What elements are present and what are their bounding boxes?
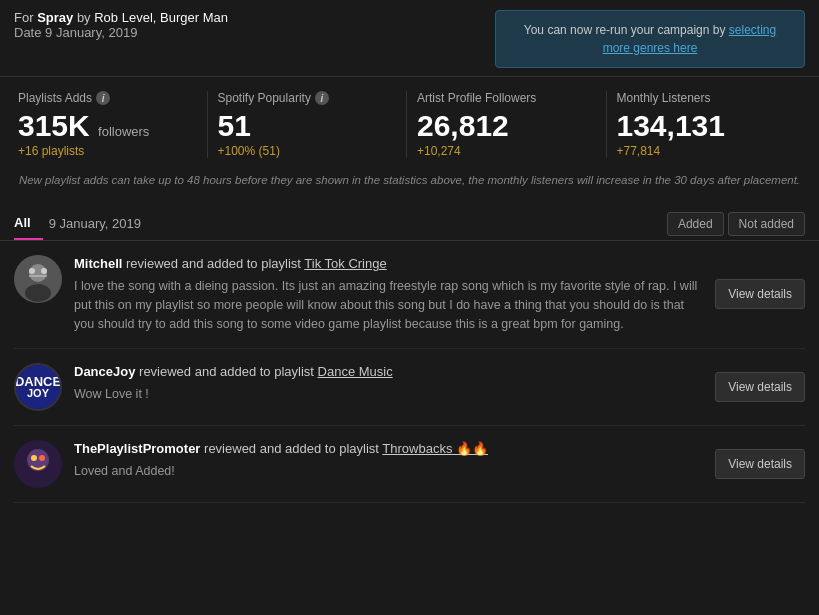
track-info: For Spray by Rob Level, Burger Man Date …	[14, 10, 228, 40]
tabs-row: All 9 January, 2019 Added Not added	[0, 207, 819, 241]
review-content-playlist-promoter: ThePlaylistPromoter reviewed and added t…	[74, 440, 703, 481]
svg-point-2	[25, 284, 51, 302]
stat-value-playlists: 315K followers	[18, 109, 197, 142]
reviews-list: Mitchell reviewed and added to playlist …	[0, 241, 819, 502]
svg-point-8	[31, 455, 37, 461]
svg-point-3	[29, 268, 35, 274]
review-header-dancejoy: DanceJoy reviewed and added to playlist …	[74, 363, 703, 381]
stat-playlists-adds: Playlists Adds i 315K followers +16 play…	[14, 91, 208, 158]
playlist-link-playlist-promoter[interactable]: Throwbacks 🔥🔥	[382, 441, 488, 456]
stat-delta-spotify: +100% (51)	[218, 144, 397, 158]
stat-delta-playlists: +16 playlists	[18, 144, 197, 158]
stat-delta-followers: +10,274	[417, 144, 596, 158]
info-icon-spotify[interactable]: i	[315, 91, 329, 105]
stat-label-monthly: Monthly Listeners	[617, 91, 796, 105]
svg-point-9	[39, 455, 45, 461]
date-label: Date 9 January, 2019	[14, 25, 137, 40]
stat-artist-followers: Artist Profile Followers 26,812 +10,274	[407, 91, 607, 158]
notification-text: You can now re-run your campaign by	[524, 23, 726, 37]
review-item: Mitchell reviewed and added to playlist …	[14, 241, 805, 348]
view-details-button-playlist-promoter[interactable]: View details	[715, 449, 805, 479]
avatar-playlist-promoter	[14, 440, 62, 488]
track-name: Spray	[37, 10, 73, 25]
review-content-dancejoy: DanceJoy reviewed and added to playlist …	[74, 363, 703, 404]
stat-label-followers: Artist Profile Followers	[417, 91, 596, 105]
reviewer-name-mitchell: Mitchell	[74, 256, 122, 271]
review-action-playlist-promoter: reviewed and added to playlist	[204, 441, 382, 456]
stat-spotify-popularity: Spotify Popularity i 51 +100% (51)	[208, 91, 408, 158]
view-details-button-mitchell[interactable]: View details	[715, 279, 805, 309]
review-item: ThePlaylistPromoter reviewed and added t…	[14, 426, 805, 503]
notification-box: You can now re-run your campaign by sele…	[495, 10, 805, 68]
tab-not-added-button[interactable]: Not added	[728, 212, 805, 236]
review-body-dancejoy: Wow Love it !	[74, 385, 703, 404]
avatar-dancejoy: DANCE JOY	[14, 363, 62, 411]
review-header-mitchell: Mitchell reviewed and added to playlist …	[74, 255, 703, 273]
review-header-playlist-promoter: ThePlaylistPromoter reviewed and added t…	[74, 440, 703, 458]
avatar-mitchell	[14, 255, 62, 303]
svg-rect-5	[29, 275, 47, 277]
playlist-link-dancejoy[interactable]: Dance Music	[318, 364, 393, 379]
review-body-playlist-promoter: Loved and Added!	[74, 462, 703, 481]
artist-name: Rob Level, Burger Man	[94, 10, 228, 25]
review-body-mitchell: I love the song with a dieing passion. I…	[74, 277, 703, 333]
reviewer-name-playlist-promoter: ThePlaylistPromoter	[74, 441, 200, 456]
tab-added-button[interactable]: Added	[667, 212, 724, 236]
stat-value-spotify: 51	[218, 109, 397, 142]
view-details-button-dancejoy[interactable]: View details	[715, 372, 805, 402]
info-icon-playlists[interactable]: i	[96, 91, 110, 105]
tab-actions: Added Not added	[667, 212, 805, 236]
tab-date[interactable]: 9 January, 2019	[49, 208, 141, 239]
review-item: DANCE JOY DanceJoy reviewed and added to…	[14, 349, 805, 426]
svg-point-7	[27, 449, 49, 471]
stat-value-followers: 26,812	[417, 109, 596, 142]
svg-point-4	[41, 268, 47, 274]
top-bar: For Spray by Rob Level, Burger Man Date …	[0, 0, 819, 77]
stats-row: Playlists Adds i 315K followers +16 play…	[0, 77, 819, 164]
stat-label-spotify: Spotify Popularity i	[218, 91, 397, 105]
for-label: For	[14, 10, 34, 25]
tab-all[interactable]: All	[14, 207, 43, 240]
stat-monthly-listeners: Monthly Listeners 134,131 +77,814	[607, 91, 806, 158]
review-content-mitchell: Mitchell reviewed and added to playlist …	[74, 255, 703, 333]
stat-label-playlists: Playlists Adds i	[18, 91, 197, 105]
playlist-link-mitchell[interactable]: Tik Tok Cringe	[304, 256, 386, 271]
note-text: New playlist adds can take up to 48 hour…	[0, 164, 819, 203]
stat-delta-monthly: +77,814	[617, 144, 796, 158]
review-action-dancejoy: reviewed and added to playlist	[139, 364, 318, 379]
by-label: by	[77, 10, 94, 25]
review-action-mitchell: reviewed and added to playlist	[126, 256, 304, 271]
reviewer-name-dancejoy: DanceJoy	[74, 364, 135, 379]
stat-value-monthly: 134,131	[617, 109, 796, 142]
